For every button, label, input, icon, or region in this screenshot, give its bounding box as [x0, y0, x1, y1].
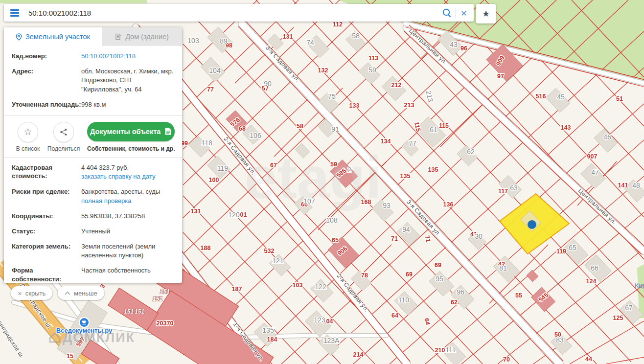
map-building-label: 48 [632, 182, 640, 189]
map-parcel-label: 100 [209, 177, 219, 183]
documents-caption: Собственник, стоимость и др. [87, 145, 175, 152]
field-label: Кадастровая стоимость: [12, 163, 81, 181]
map-parcel-label: 119 [556, 248, 566, 255]
map-parcel-label: 103 [293, 282, 303, 289]
less-label: меньше [74, 290, 97, 297]
selected-object-marker [528, 220, 536, 229]
map-building-label: 94 [402, 226, 410, 233]
cart-icon [84, 323, 85, 324]
green-area [0, 0, 147, 3]
map-building-label: 30 [475, 232, 483, 240]
map-parcel-label: 141 [618, 182, 628, 189]
map-building-label: 61 [430, 126, 437, 134]
map-building-label: 95 [436, 275, 443, 283]
field-label: Статус: [12, 227, 81, 236]
field-row: Статус:Учтенный [12, 227, 174, 236]
map-building-label: 45 [557, 93, 565, 101]
field-label: Уточненная площадь: [12, 100, 81, 109]
map-building-label: 123 [314, 316, 325, 324]
map-building-label: 135 [262, 326, 274, 334]
map-building-label: 62 [467, 148, 475, 156]
map-parcel-label: 212 [391, 82, 402, 89]
field-label: Кад.номер: [12, 52, 81, 61]
map-parcel-label: 213 [404, 102, 414, 109]
object-documents-button[interactable]: Документы объекта [87, 122, 175, 141]
add-to-list-button[interactable]: ☆ В список [12, 122, 44, 152]
map-parcel-label: 59 [330, 161, 337, 168]
field-value: Частная собственность [81, 266, 174, 283]
map-parcel-label: 131 [283, 33, 293, 40]
hide-panel-button[interactable]: × скрыть [11, 286, 52, 300]
tab-land-parcel[interactable]: Земельный участок [4, 27, 102, 46]
map-parcel-label: 70 [503, 356, 510, 363]
star-icon: ★ [482, 8, 490, 19]
map-parcel-label: 134 [381, 138, 391, 145]
field-row: Категория земель:Земли поселений (земли … [12, 242, 174, 260]
app-window: etagi98131112113967757132685899100675966… [0, 0, 644, 364]
map-parcel-label: 69 [435, 262, 441, 269]
map-building-label: 107 [303, 197, 315, 205]
search-input[interactable] [25, 9, 442, 17]
map-building-label: 59 [368, 66, 376, 74]
map-parcel-label: 15 [67, 353, 73, 360]
field-row: Риски при сделке:банкротства, аресты, су… [12, 187, 174, 205]
map-parcel-label: 68 [239, 125, 246, 132]
map-parcel-label: 67 [270, 162, 277, 169]
map-parcel-label: 71 [424, 235, 432, 243]
map-building-label: 93 [383, 202, 391, 209]
search-icon[interactable] [442, 8, 452, 18]
collapse-panel-button[interactable]: меньше [58, 286, 104, 300]
field-label: Категория земель: [12, 242, 81, 260]
map-building-label: 103 [187, 37, 199, 45]
map-building-label: 104 [209, 67, 221, 74]
close-icon: × [18, 289, 22, 297]
divider [456, 8, 456, 18]
object-info-panel: Земельный участок Дом (здание) Кад.номер… [4, 27, 182, 283]
field-value: банкротства, аресты, судыполная проверка [81, 187, 174, 205]
map-parcel-label: 135 [400, 173, 411, 180]
tab-building[interactable]: Дом (здание) [102, 27, 182, 46]
menu-button[interactable] [4, 4, 25, 22]
map-parcel-label: 124 [586, 278, 597, 285]
map-parcel-label: 113 [368, 55, 378, 62]
map-building-label: 83 [556, 336, 564, 344]
field-row: Кад.номер:50:10:0021002:118 [12, 52, 174, 61]
field-label: Риски при сделке: [12, 187, 81, 205]
tab-label: Земельный участок [25, 33, 90, 41]
field-row: Координаты:55.963038, 37.338258 [12, 212, 174, 221]
hamburger-icon [10, 9, 19, 17]
map-building-label: 63 [510, 184, 518, 192]
map-parcel-label: 132 [318, 67, 328, 74]
cart-icon [83, 323, 84, 324]
map-parcel-label: 20370 [157, 320, 174, 327]
map-building-label: 66 [591, 264, 598, 272]
map-parcel-label: 58 [297, 123, 303, 130]
field-link[interactable]: полная проверка [81, 197, 132, 205]
map-parcel-label: 210 [435, 347, 445, 354]
map-parcel-label: 125 [613, 315, 623, 321]
map-parcel-label: 44 [585, 356, 592, 363]
field-value[interactable]: 50:10:0021002:118 [81, 52, 174, 61]
favorites-button[interactable]: ★ [476, 4, 496, 23]
field-label: Координаты: [12, 212, 81, 221]
share-icon [60, 128, 68, 136]
field-value: 55.963038, 37.338258 [81, 212, 174, 221]
map-building-label: 81 [499, 264, 507, 272]
map-building-label: 96 [457, 288, 464, 296]
search-bar: × [4, 4, 474, 22]
field-row: Кадастровая стоимость:4 404 323.7 руб.за… [12, 163, 174, 181]
chevron-up-icon [65, 292, 70, 295]
map-building-label: 47 [591, 168, 599, 176]
map-parcel-label: 78 [361, 272, 368, 279]
map-parcel-label: 96 [460, 45, 467, 52]
map-building-label: 122 [315, 283, 326, 291]
divider [4, 157, 182, 158]
field-link[interactable]: заказать справку на дату [81, 172, 156, 181]
share-button[interactable]: Поделиться [44, 122, 83, 152]
field-value: 998 кв.м [81, 100, 174, 109]
map-parcel-label: 143 [561, 124, 571, 131]
clear-search-button[interactable]: × [460, 8, 468, 18]
map-building-label: 108 [326, 216, 338, 224]
map-parcel-label: 188 [201, 245, 211, 251]
map-building-label: 46 [603, 133, 611, 141]
